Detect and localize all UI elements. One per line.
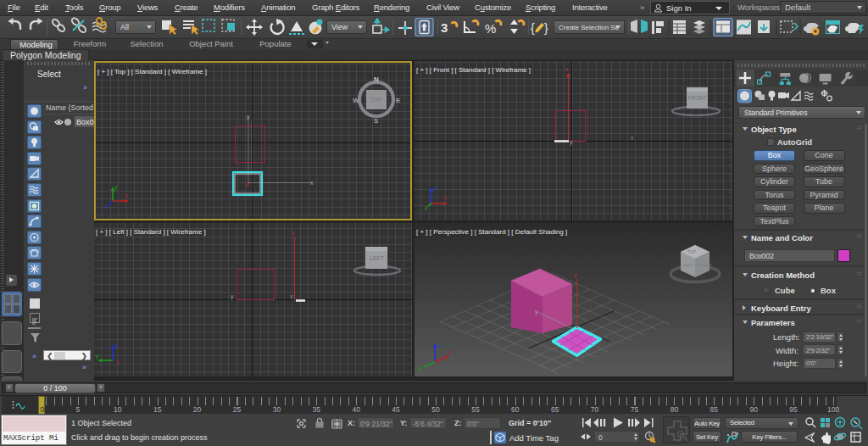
svg-text:z: z: [434, 184, 437, 192]
svg-text:TOP: TOP: [687, 249, 697, 254]
svg-text:z: z: [105, 203, 108, 210]
svg-text:W: W: [353, 97, 359, 104]
svg-text:FRONT: FRONT: [697, 263, 711, 268]
svg-text:FRONT: FRONT: [688, 95, 707, 101]
svg-text:x: x: [125, 192, 128, 199]
svg-text:z: z: [574, 271, 577, 279]
svg-text:LEFT: LEFT: [370, 255, 385, 261]
svg-text:x: x: [290, 293, 293, 299]
svg-text:y: y: [114, 183, 118, 191]
svg-text:z: z: [115, 342, 119, 349]
svg-text:y: y: [231, 293, 234, 300]
svg-text:{: {: [531, 21, 535, 35]
svg-text:%: %: [485, 21, 496, 36]
svg-text:x: x: [310, 180, 314, 186]
svg-text:y: y: [535, 309, 538, 315]
svg-text:y: y: [96, 352, 99, 360]
svg-text:x: x: [116, 358, 120, 365]
svg-text:z: z: [565, 65, 569, 73]
svg-text:S: S: [374, 117, 379, 125]
svg-text:N: N: [374, 75, 379, 83]
svg-text:y: y: [247, 114, 250, 120]
svg-text:}: }: [544, 21, 548, 35]
svg-text:LEFT: LEFT: [683, 263, 693, 268]
svg-text:y: y: [570, 139, 573, 146]
svg-text:z: z: [437, 342, 441, 349]
svg-text:y: y: [418, 365, 421, 372]
svg-text:3: 3: [441, 20, 448, 35]
svg-text:y: y: [425, 203, 428, 211]
svg-text:x: x: [443, 194, 447, 202]
svg-text:z: z: [246, 181, 249, 188]
svg-text:z: z: [292, 229, 295, 237]
svg-text:TOP: TOP: [370, 97, 381, 103]
svg-text:E: E: [396, 97, 401, 104]
svg-text:x: x: [631, 135, 634, 141]
svg-text:x: x: [448, 348, 452, 356]
